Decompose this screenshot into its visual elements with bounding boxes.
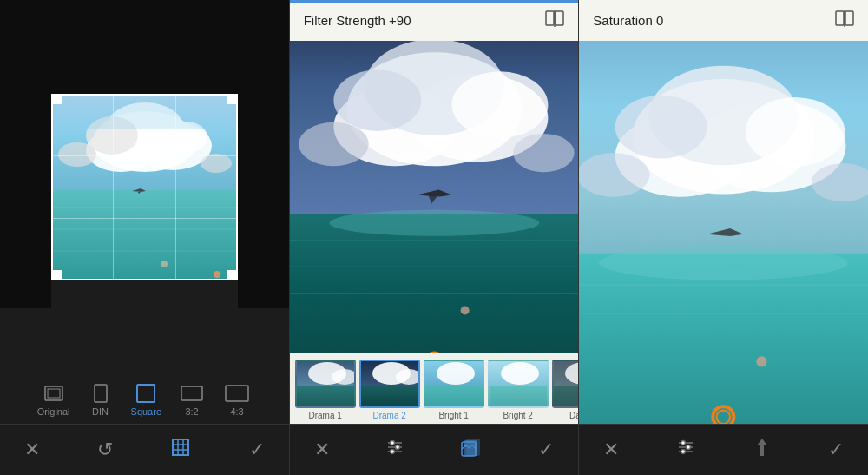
svg-rect-61 <box>554 386 579 408</box>
din-svg <box>92 384 109 403</box>
crop-icon <box>170 437 191 458</box>
rotate-button[interactable]: ↺ <box>90 435 120 465</box>
svg-marker-100 <box>757 439 767 456</box>
bright2-thumb <box>488 360 549 408</box>
svg-rect-55 <box>425 386 484 408</box>
aspect-square[interactable]: Square <box>124 380 168 420</box>
svg-point-7 <box>201 154 232 173</box>
svg-point-35 <box>299 122 369 166</box>
crop-mode-button[interactable] <box>163 433 198 466</box>
filter-bright2[interactable]: Bright 2 <box>488 360 549 420</box>
aspect-din[interactable]: DIN <box>79 380 122 420</box>
bright1-thumb <box>424 360 484 408</box>
filter-dark1[interactable]: Dark 1 <box>552 360 579 420</box>
filter-strength-title: Filter Strength +90 <box>304 13 411 28</box>
svg-point-74 <box>464 444 467 447</box>
4-3-svg <box>225 384 249 403</box>
svg-point-88 <box>599 246 848 280</box>
svg-rect-75 <box>836 11 844 25</box>
svg-point-97 <box>681 441 685 445</box>
crop-image-area <box>0 0 289 373</box>
split-view-icon-3[interactable] <box>835 9 854 32</box>
svg-rect-18 <box>181 386 202 400</box>
export-icon <box>752 437 773 458</box>
dark1-label: Dark 1 <box>569 411 578 420</box>
adjustment-main-image <box>579 41 868 424</box>
panel3-bottom-bar: ✕ ✓ <box>579 424 868 475</box>
adjustment-photo-svg <box>579 41 868 424</box>
svg-rect-8 <box>51 94 238 129</box>
airplane-svg <box>130 188 148 195</box>
aspect-3-2[interactable]: 3:2 <box>170 380 214 420</box>
drama2-thumb-svg <box>361 361 420 408</box>
panel1-bottom-bar: ✕ ↺ ✓ <box>0 424 289 475</box>
cancel-button[interactable]: ✕ <box>17 435 47 465</box>
filter-main-image <box>290 41 579 353</box>
drama1-label: Drama 1 <box>308 411 341 420</box>
water-layer <box>51 190 238 280</box>
svg-rect-15 <box>48 389 60 398</box>
filter-confirm-button[interactable]: ✓ <box>531 435 561 465</box>
filter-bright1[interactable]: Bright 1 <box>424 360 484 420</box>
svg-rect-17 <box>137 385 155 402</box>
drama1-thumb <box>295 360 356 408</box>
sky-layer <box>51 94 238 196</box>
svg-point-36 <box>513 134 575 172</box>
crop-frame[interactable] <box>51 94 238 280</box>
din-icon <box>89 384 113 403</box>
svg-point-6 <box>58 142 96 167</box>
svg-point-54 <box>437 362 475 385</box>
bright1-label: Bright 1 <box>438 411 468 420</box>
svg-point-57 <box>501 362 539 385</box>
panel2-bottom-bar: ✕ ✓ <box>290 424 579 475</box>
svg-point-42 <box>460 307 469 315</box>
adjust-icon <box>385 437 405 458</box>
bright2-label: Bright 2 <box>503 411 532 420</box>
svg-point-33 <box>333 69 421 131</box>
svg-point-34 <box>451 71 548 138</box>
filter-drama1[interactable]: Drama 1 <box>295 360 356 420</box>
aspect-original[interactable]: Original <box>30 380 77 420</box>
adjustment-panel-header: Saturation 0 <box>579 0 868 41</box>
drama2-thumb <box>359 360 420 408</box>
drama2-label: Drama 2 <box>372 411 405 420</box>
adj-cancel-button[interactable]: ✕ <box>596 435 626 465</box>
square-svg <box>136 384 155 403</box>
confirm-button[interactable]: ✓ <box>242 435 272 465</box>
crop-photo <box>51 94 238 280</box>
svg-rect-19 <box>226 386 248 401</box>
svg-rect-26 <box>556 11 563 25</box>
drama1-thumb-svg <box>297 361 356 408</box>
filter-drama2[interactable]: Drama 2 <box>359 360 420 420</box>
aspect-ratio-toolbar: Original DIN Square <box>0 373 289 424</box>
filter-button[interactable] <box>454 433 490 466</box>
adj-adjust-button[interactable] <box>668 433 703 466</box>
svg-point-13 <box>161 261 168 267</box>
filter-strip: Drama 1 <box>290 353 579 424</box>
svg-point-84 <box>746 97 845 166</box>
aspect-4-3[interactable]: 4:3 <box>215 380 259 420</box>
adjust-button[interactable] <box>378 433 412 466</box>
export-button[interactable] <box>745 433 779 466</box>
filter-cancel-button[interactable]: ✕ <box>307 435 337 465</box>
svg-point-41 <box>329 210 539 236</box>
aspect-3-2-label: 3:2 <box>185 406 198 417</box>
square-icon <box>134 384 158 403</box>
svg-point-83 <box>615 96 707 159</box>
adj-confirm-button[interactable]: ✓ <box>821 435 851 465</box>
filter-panel-header: Filter Strength +90 <box>290 0 579 41</box>
original-svg <box>43 385 64 402</box>
filter-panel: Filter Strength +90 <box>289 0 579 475</box>
split-icon-3-svg <box>835 9 854 28</box>
filter-strength-slider-bar <box>290 0 579 3</box>
dark1-thumb-svg <box>554 361 579 408</box>
dark1-thumb <box>552 360 579 408</box>
3-2-icon <box>180 384 204 403</box>
split-view-icon[interactable] <box>545 9 564 32</box>
svg-rect-48 <box>297 386 356 408</box>
svg-rect-25 <box>546 11 554 25</box>
split-icon-svg <box>545 9 564 28</box>
adjustment-panel: Saturation 0 <box>578 0 868 475</box>
aspect-original-label: Original <box>37 406 70 417</box>
bright1-thumb-svg <box>425 361 484 408</box>
